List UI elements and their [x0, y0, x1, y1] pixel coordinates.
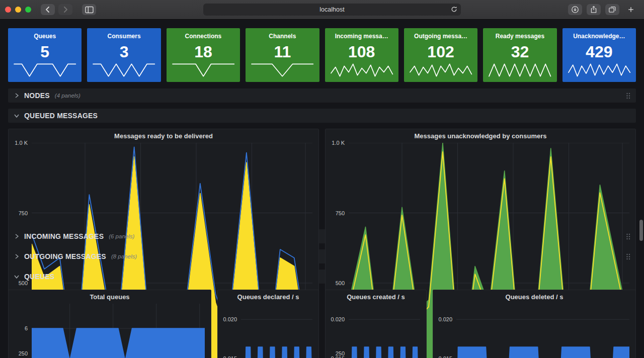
- stat-panel-connections: Connections 18: [167, 28, 240, 82]
- stat-panel-incoming-messages: Incoming messa… 108: [325, 28, 398, 82]
- stat-value: 5: [8, 40, 82, 63]
- stat-sparkline: [93, 63, 154, 77]
- new-tab-button[interactable]: [624, 4, 638, 15]
- stat-panel-queues: Queues 5: [8, 28, 82, 82]
- window-minimize-button[interactable]: [15, 7, 21, 13]
- sidebar-icon: [85, 6, 94, 14]
- row-panel-count: (8 panels): [111, 253, 137, 259]
- stat-sparkline: [252, 63, 313, 77]
- chevron-right-icon: [61, 6, 69, 14]
- panel-title[interactable]: Total queues: [9, 290, 211, 302]
- drag-handle-icon[interactable]: [625, 92, 631, 100]
- stat-value: 108: [325, 40, 398, 63]
- chevron-left-icon: [44, 6, 52, 14]
- sidebar-toggle-button[interactable]: [82, 4, 96, 15]
- stat-value: 102: [404, 40, 477, 63]
- url-text: localhost: [319, 6, 344, 13]
- stat-value: 11: [246, 40, 319, 63]
- forward-button[interactable]: [58, 4, 72, 15]
- drag-handle-icon[interactable]: [625, 253, 631, 260]
- window-zoom-button[interactable]: [25, 7, 31, 13]
- stat-sparkline: [410, 63, 471, 77]
- stat-sparkline: [489, 63, 550, 77]
- back-button[interactable]: [41, 4, 55, 15]
- browser-chrome: localhost: [0, 0, 644, 20]
- stat-title[interactable]: Unacknowledge…: [562, 33, 636, 40]
- panel-title[interactable]: Queues declared / s: [218, 290, 318, 302]
- stat-value: 3: [87, 40, 160, 63]
- tab-overview-button[interactable]: [605, 4, 619, 15]
- download-icon: [571, 6, 579, 14]
- reload-button[interactable]: [450, 6, 458, 15]
- queues-deleted-chart: 0.0050.0100.0150.020: [433, 302, 635, 358]
- share-button[interactable]: [587, 4, 601, 15]
- panel-total-queues: Total queues 246: [8, 290, 211, 358]
- stat-title[interactable]: Incoming messa…: [325, 33, 398, 40]
- stat-panel-consumers: Consumers 3: [87, 28, 160, 82]
- total-queues-chart: 246: [9, 302, 211, 358]
- tabs-icon: [608, 6, 616, 14]
- window-close-button[interactable]: [5, 7, 11, 13]
- stat-panel-unacknowledged: Unacknowledge… 429: [562, 28, 636, 82]
- dashboard: Queues 5 Consumers 3 Connections 18 Chan…: [0, 20, 644, 358]
- queued-messages-panels: Messages ready to be delivered 025050075…: [8, 129, 636, 222]
- panel-title[interactable]: Messages ready to be delivered: [9, 129, 318, 141]
- stat-sparkline: [14, 63, 75, 77]
- reload-icon: [450, 6, 458, 13]
- panel-title[interactable]: Queues deleted / s: [433, 290, 635, 302]
- stat-sparkline: [173, 63, 234, 77]
- stat-value: 32: [483, 40, 556, 63]
- stat-sparkline: [569, 63, 630, 77]
- row-panel-count: (4 panels): [55, 93, 80, 99]
- stat-value: 429: [562, 40, 636, 63]
- queues-declared-chart: 0.0050.0100.0150.020: [218, 302, 318, 358]
- stat-panel-outgoing-messages: Outgoing messa… 102: [404, 28, 477, 82]
- stat-panel-channels: Channels 11: [246, 28, 319, 82]
- stat-title[interactable]: Ready messages: [483, 33, 556, 40]
- toolbar-right: [568, 4, 638, 15]
- panel-title[interactable]: Messages unacknowledged by consumers: [326, 129, 635, 141]
- downloads-button[interactable]: [568, 4, 582, 15]
- panel-queues-deleted: Queues deleted / s 0.0050.0100.0150.020: [433, 290, 636, 358]
- row-title: INCOMING MESSAGES: [24, 232, 104, 240]
- row-title: QUEUED MESSAGES: [24, 112, 98, 120]
- drag-handle-icon[interactable]: [625, 233, 631, 240]
- address-bar[interactable]: localhost: [203, 4, 461, 16]
- queues-created-chart: 0.0050.0100.0150.020: [326, 302, 426, 358]
- traffic-lights: [5, 7, 31, 13]
- row-nodes[interactable]: NODES (4 panels): [8, 88, 636, 103]
- row-queued-messages[interactable]: QUEUED MESSAGES: [8, 109, 636, 123]
- stat-title[interactable]: Consumers: [87, 33, 160, 40]
- row-title: NODES: [24, 92, 50, 100]
- scrollbar-thumb[interactable]: [639, 220, 643, 241]
- stat-title[interactable]: Channels: [246, 33, 319, 40]
- queues-panels: Total queues 246 Queues declared / s 0.0…: [8, 290, 636, 358]
- stat-title[interactable]: Connections: [167, 33, 240, 40]
- row-title: OUTGOING MESSAGES: [24, 252, 106, 260]
- share-icon: [590, 6, 598, 14]
- stat-title[interactable]: Queues: [8, 33, 82, 40]
- browser-window: localhost Queues 5: [0, 0, 644, 358]
- plus-icon: [627, 6, 634, 13]
- chevron-right-icon: [13, 92, 20, 99]
- row-panel-count: (6 panels): [109, 233, 134, 239]
- stat-value: 18: [167, 40, 240, 63]
- stat-title[interactable]: Outgoing messa…: [404, 33, 477, 40]
- chevron-down-icon: [13, 112, 20, 119]
- stat-sparkline: [331, 63, 392, 77]
- stat-panel-ready-messages: Ready messages 32: [483, 28, 556, 82]
- panel-queues-declared: Queues declared / s 0.0050.0100.0150.020: [217, 290, 319, 358]
- stat-row: Queues 5 Consumers 3 Connections 18 Chan…: [8, 28, 636, 82]
